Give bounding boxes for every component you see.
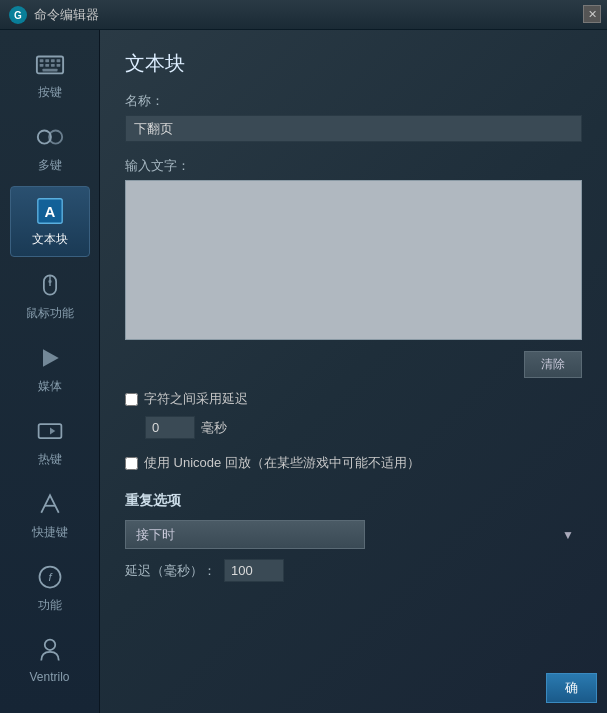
svg-rect-11 — [42, 69, 57, 72]
delay-bottom-row: 延迟（毫秒）： — [125, 559, 582, 582]
svg-marker-21 — [50, 428, 55, 435]
sidebar-label-textblock: 文本块 — [32, 231, 68, 248]
svg-rect-9 — [50, 64, 54, 67]
keyboard-icon — [34, 48, 66, 80]
sidebar-item-shortcut[interactable]: 快捷键 — [10, 480, 90, 549]
svg-text:G: G — [14, 10, 22, 21]
sidebar-item-ventrilo[interactable]: Ventrilo — [10, 626, 90, 692]
sidebar-item-keys[interactable]: 按键 — [10, 40, 90, 109]
svg-rect-4 — [45, 59, 49, 62]
footer-buttons: 确 — [546, 673, 597, 703]
sidebar-item-function[interactable]: f 功能 — [10, 553, 90, 622]
svg-rect-10 — [56, 64, 60, 67]
delay-checkbox-row: 字符之间采用延迟 — [125, 390, 582, 408]
svg-point-25 — [44, 640, 55, 651]
ok-button[interactable]: 确 — [546, 673, 597, 703]
sidebar-item-hotkey[interactable]: 热键 — [10, 407, 90, 476]
sidebar-label-shortcut: 快捷键 — [32, 524, 68, 541]
svg-rect-8 — [45, 64, 49, 67]
sidebar-item-textblock[interactable]: A 文本块 — [10, 186, 90, 257]
unicode-checkbox-row: 使用 Unicode 回放（在某些游戏中可能不适用） — [125, 454, 582, 472]
svg-rect-5 — [50, 59, 54, 62]
sidebar-label-keys: 按键 — [38, 84, 62, 101]
sidebar-label-multi: 多键 — [38, 157, 62, 174]
svg-point-18 — [48, 280, 52, 284]
svg-text:f: f — [48, 571, 53, 583]
page-title: 文本块 — [125, 50, 582, 77]
hotkey-icon — [34, 415, 66, 447]
shortcut-icon — [34, 488, 66, 520]
sidebar-label-ventrilo: Ventrilo — [29, 670, 69, 684]
main-layout: 按键 多键 A 文本块 — [0, 30, 607, 713]
delay-checkbox[interactable] — [125, 393, 138, 406]
sidebar: 按键 多键 A 文本块 — [0, 30, 100, 713]
repeat-section-title: 重复选项 — [125, 492, 582, 510]
sidebar-item-mouse[interactable]: 鼠标功能 — [10, 261, 90, 330]
mouse-icon — [34, 269, 66, 301]
delay-check-label: 字符之间采用延迟 — [144, 390, 248, 408]
close-button[interactable]: ✕ — [583, 5, 601, 23]
sidebar-item-media[interactable]: 媒体 — [10, 334, 90, 403]
svg-rect-7 — [39, 64, 43, 67]
sidebar-label-function: 功能 — [38, 597, 62, 614]
svg-marker-19 — [43, 349, 59, 367]
ventrilo-icon — [34, 634, 66, 666]
sidebar-item-multi[interactable]: 多键 — [10, 113, 90, 182]
title-bar-text: 命令编辑器 — [34, 6, 99, 24]
media-icon — [34, 342, 66, 374]
sidebar-label-mouse: 鼠标功能 — [26, 305, 74, 322]
unicode-check-label: 使用 Unicode 回放（在某些游戏中可能不适用） — [144, 454, 420, 472]
content-area: 文本块 名称： 输入文字： 清除 字符之间采用延迟 毫秒 使用 Unicode … — [100, 30, 607, 713]
sidebar-label-media: 媒体 — [38, 378, 62, 395]
app-logo-icon: G — [8, 5, 28, 25]
function-icon: f — [34, 561, 66, 593]
repeat-select-wrapper: 接下时 释放时 按住时 ▼ — [125, 520, 582, 549]
unicode-checkbox[interactable] — [125, 457, 138, 470]
clear-button[interactable]: 清除 — [524, 351, 582, 378]
delay-bottom-input[interactable] — [224, 559, 284, 582]
name-input[interactable] — [125, 115, 582, 142]
delay-unit-label: 毫秒 — [201, 419, 227, 437]
textarea-container — [125, 180, 582, 343]
title-bar: G 命令编辑器 ✕ — [0, 0, 607, 30]
chevron-down-icon: ▼ — [562, 528, 574, 542]
svg-rect-6 — [56, 59, 60, 62]
text-area[interactable] — [125, 180, 582, 340]
multi-icon — [34, 121, 66, 153]
delay-bottom-label: 延迟（毫秒）： — [125, 562, 216, 580]
textblock-icon: A — [34, 195, 66, 227]
repeat-select[interactable]: 接下时 释放时 按住时 — [125, 520, 365, 549]
name-label: 名称： — [125, 92, 582, 110]
delay-value-input[interactable] — [145, 416, 195, 439]
input-label: 输入文字： — [125, 157, 582, 175]
svg-text:A: A — [44, 203, 55, 220]
delay-input-row: 毫秒 — [145, 416, 582, 439]
svg-rect-3 — [39, 59, 43, 62]
sidebar-label-hotkey: 热键 — [38, 451, 62, 468]
